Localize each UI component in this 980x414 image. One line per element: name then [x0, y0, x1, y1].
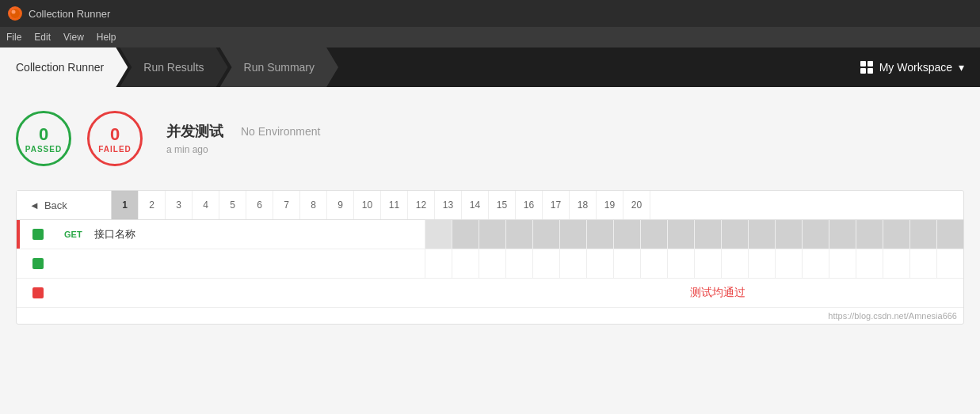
iter-cell-r2-16: [829, 249, 856, 278]
iter-cell-16: [829, 220, 856, 249]
nav-bar: Collection Runner Run Results Run Summar…: [0, 47, 980, 87]
iteration-num-14[interactable]: 14: [462, 191, 489, 219]
workspace-icon: [860, 61, 873, 74]
stats-row: 0 PASSED 0 FAILED 并发测试 No Environment a …: [16, 103, 964, 174]
iter-cell-r2-12: [721, 249, 748, 278]
iter-cell-r2-8: [613, 249, 640, 278]
row-content: GET 接口名称: [56, 220, 425, 249]
iter-cell-r2-17: [856, 249, 883, 278]
workspace-chevron: ▾: [959, 61, 964, 74]
app-logo: [8, 6, 22, 21]
iter-cell-3: [479, 220, 505, 249]
iteration-num-19[interactable]: 19: [597, 191, 623, 219]
tab-run-results[interactable]: Run Results: [120, 47, 227, 87]
iter-cell-r2-4: [505, 249, 532, 278]
row-content-3: [56, 279, 472, 307]
iter-cell-r2-13: [748, 249, 775, 278]
svg-point-0: [10, 9, 20, 18]
iter-cell-18: [883, 220, 909, 249]
row-status-dot: [20, 220, 56, 249]
iter-cell-4: [505, 220, 532, 249]
iteration-num-3[interactable]: 3: [166, 191, 193, 219]
back-label: Back: [44, 199, 67, 211]
iter-cols: [425, 220, 963, 249]
row-content-2: [56, 249, 425, 278]
iteration-num-18[interactable]: 18: [570, 191, 597, 219]
iter-cell-20: [936, 220, 963, 249]
iter-cell-14: [775, 220, 802, 249]
iter-cell-17: [856, 220, 883, 249]
iter-cell-10: [667, 220, 694, 249]
status-indicator-2: [32, 258, 44, 269]
iter-cell-r2-15: [802, 249, 829, 278]
iter-cols-3: 测试均通过: [472, 279, 963, 307]
runner-table: GET 接口名称: [17, 220, 963, 308]
app-title: Collection Runner: [29, 8, 110, 20]
back-arrow-icon: ◄: [29, 199, 40, 211]
environment-label: No Environment: [241, 125, 320, 138]
method-badge: GET: [64, 230, 88, 239]
iteration-num-7[interactable]: 7: [273, 191, 300, 219]
iteration-num-20[interactable]: 20: [623, 191, 650, 219]
iteration-num-11[interactable]: 11: [381, 191, 408, 219]
failed-label: FAILED: [98, 145, 132, 154]
watermark: https://blog.csdn.net/Amnesia666: [17, 308, 963, 324]
iteration-num-15[interactable]: 15: [489, 191, 516, 219]
iter-cell-r2-19: [909, 249, 936, 278]
tab-run-summary[interactable]: Run Summary: [220, 47, 338, 87]
iter-cell-6: [559, 220, 586, 249]
passed-label: PASSED: [25, 145, 62, 154]
svg-point-1: [12, 10, 16, 14]
iter-cell-r2-2: [452, 249, 479, 278]
iter-cell-5: [532, 220, 559, 249]
runner-area: ◄ Back 1234567891011121314151617181920 G…: [16, 190, 964, 325]
iter-cell-7: [586, 220, 613, 249]
menu-edit[interactable]: Edit: [34, 32, 51, 43]
main-content: 0 PASSED 0 FAILED 并发测试 No Environment a …: [0, 87, 980, 340]
tab-collection-runner[interactable]: Collection Runner: [0, 47, 128, 87]
menu-bar: File Edit View Help: [0, 27, 980, 47]
iter-cell-19: [909, 220, 936, 249]
iter-cols-2: [425, 249, 963, 278]
menu-help[interactable]: Help: [97, 32, 116, 43]
iteration-num-8[interactable]: 8: [300, 191, 327, 219]
table-row-2: [17, 249, 963, 279]
iteration-num-16[interactable]: 16: [516, 191, 543, 219]
iter-cell-r2-1: [425, 249, 452, 278]
status-indicator: [32, 229, 44, 240]
iteration-num-12[interactable]: 12: [408, 191, 435, 219]
table-row-3: 测试均通过: [17, 279, 963, 308]
iter-cell-r2-6: [559, 249, 586, 278]
iter-cell-1: [425, 220, 452, 249]
failed-stat: 0 FAILED: [87, 111, 143, 166]
menu-view[interactable]: View: [63, 32, 84, 43]
iter-cell-r2-11: [694, 249, 721, 278]
iteration-num-4[interactable]: 4: [193, 191, 219, 219]
iteration-num-13[interactable]: 13: [435, 191, 462, 219]
iter-cell-r2-10: [667, 249, 694, 278]
iteration-num-9[interactable]: 9: [327, 191, 354, 219]
iteration-num-6[interactable]: 6: [246, 191, 273, 219]
workspace-selector[interactable]: My Workspace ▾: [860, 47, 980, 87]
iter-cell-9: [640, 220, 667, 249]
back-button[interactable]: ◄ Back: [17, 191, 112, 219]
iter-cell-2: [452, 220, 479, 249]
passed-stat: 0 PASSED: [16, 111, 71, 166]
iteration-num-10[interactable]: 10: [354, 191, 381, 219]
iteration-num-2[interactable]: 2: [139, 191, 166, 219]
iter-cell-r2-9: [640, 249, 667, 278]
iteration-num-1[interactable]: 1: [112, 191, 139, 219]
menu-file[interactable]: File: [6, 32, 21, 43]
iter-cell-r2-5: [532, 249, 559, 278]
iter-cell-r2-18: [883, 249, 909, 278]
iteration-num-5[interactable]: 5: [219, 191, 246, 219]
collection-info: 并发测试 No Environment a min ago: [166, 122, 320, 155]
iter-cell-r2-20: [936, 249, 963, 278]
iter-cell-r2-14: [775, 249, 802, 278]
iteration-num-17[interactable]: 17: [543, 191, 570, 219]
iter-cell-r2-3: [479, 249, 505, 278]
row-dot-3: [20, 279, 56, 307]
iteration-numbers: 1234567891011121314151617181920: [112, 191, 650, 219]
status-indicator-3: [32, 287, 44, 298]
table-row: GET 接口名称: [17, 220, 963, 249]
